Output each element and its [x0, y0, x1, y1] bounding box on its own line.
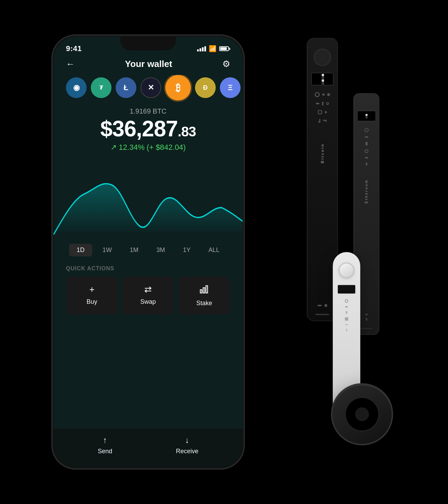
- coin-bitcoin[interactable]: ₿: [165, 75, 191, 100]
- coin-tether[interactable]: ₮: [91, 77, 111, 98]
- price-chart: [53, 162, 243, 235]
- chart-area: [53, 155, 243, 238]
- nanos-device-label: Ethereum: [364, 179, 368, 203]
- buy-icon: +: [89, 284, 95, 295]
- svg-rect-0: [200, 290, 202, 293]
- phone-left-buttons: [51, 104, 52, 146]
- receive-label: Receive: [176, 448, 198, 455]
- phone: 9:41 📶: [51, 35, 245, 469]
- nanox-screen-text: ⬛⬜⬛⬜: [321, 74, 324, 85]
- balance-change: ↗ 12.34% (+ $842.04): [66, 143, 230, 152]
- stake-icon: [199, 284, 209, 296]
- crypto-amount: 1.9169 BTC: [66, 107, 230, 115]
- nanos-icons: [364, 128, 369, 165]
- scene: 9:41 📶: [34, 17, 414, 487]
- nanos-screen-text: ⬛⬜: [366, 114, 368, 118]
- status-icons: 📶: [197, 45, 230, 52]
- stake-button[interactable]: Stake: [178, 277, 230, 314]
- coin-custom[interactable]: ◉: [66, 77, 87, 98]
- ledger-stax: [331, 383, 393, 445]
- buy-label: Buy: [87, 298, 97, 306]
- stax-inner: [345, 397, 379, 432]
- swap-icon: ⇄: [144, 284, 152, 295]
- send-icon: ↑: [103, 435, 107, 445]
- signal-icon: [197, 46, 206, 51]
- svg-rect-1: [203, 288, 205, 293]
- time-1m[interactable]: 1M: [122, 244, 146, 256]
- time-3m[interactable]: 3M: [149, 244, 173, 256]
- usd-main: $36,287: [100, 116, 178, 141]
- page-title: Your wallet: [125, 59, 172, 69]
- notch: [120, 37, 176, 50]
- coin-litecoin[interactable]: Ł: [116, 77, 136, 98]
- quick-actions-label: QUICK ACTIONS: [53, 262, 243, 277]
- battery-icon: [219, 46, 230, 51]
- time-1y[interactable]: 1Y: [175, 244, 198, 256]
- swap-button[interactable]: ⇄ Swap: [122, 277, 174, 314]
- settings-icon[interactable]: ⚙: [222, 59, 230, 69]
- svg-rect-2: [206, 286, 207, 293]
- receive-icon: ↓: [185, 435, 189, 445]
- stake-label: Stake: [196, 300, 212, 307]
- usd-cents: .83: [178, 124, 196, 139]
- bottom-bar: ↑ Send ↓ Receive: [53, 428, 243, 467]
- send-label: Send: [98, 448, 112, 455]
- time-all[interactable]: ALL: [201, 244, 227, 256]
- power-button: [244, 118, 245, 146]
- nanox-device-label: Bitcoin: [320, 143, 324, 163]
- nanox-top-button: [314, 49, 331, 66]
- buy-button[interactable]: + Buy: [66, 277, 118, 314]
- quick-actions-row: + Buy ⇄ Swap Stake: [53, 277, 243, 314]
- header: ← Your wallet ⚙: [53, 55, 243, 75]
- volume-up-button: [51, 104, 52, 122]
- status-time: 9:41: [66, 44, 82, 53]
- coin-doge[interactable]: Ð: [195, 77, 216, 98]
- coin-ethereum[interactable]: Ξ: [220, 77, 241, 98]
- balance-section: 1.9169 BTC $36,287.83 ↗ 12.34% (+ $842.0…: [53, 107, 243, 155]
- time-1d[interactable]: 1D: [69, 244, 92, 256]
- wifi-icon: 📶: [209, 45, 216, 52]
- stax-center: [355, 407, 369, 421]
- send-button[interactable]: ↑ Send: [98, 435, 112, 455]
- receive-button[interactable]: ↓ Receive: [176, 435, 198, 455]
- phone-screen: 9:41 📶: [53, 37, 243, 467]
- crypto-carousel: ◉ ₮ Ł ✕ ₿ Ð Ξ BNB ▲: [53, 75, 243, 107]
- volume-down-button: [51, 128, 52, 146]
- nanox-icons: [315, 92, 330, 123]
- coin-xrp[interactable]: ✕: [140, 77, 161, 98]
- time-1w[interactable]: 1W: [95, 244, 119, 256]
- back-button[interactable]: ←: [66, 59, 75, 69]
- usd-balance: $36,287.83: [66, 117, 230, 141]
- white-device-button: [339, 263, 354, 278]
- time-selector: 1D 1W 1M 3M 1Y ALL: [53, 238, 243, 262]
- nanox-screen: ⬛⬜⬛⬜: [311, 73, 333, 85]
- nanos-screen: ⬛⬜: [357, 111, 376, 121]
- swap-label: Swap: [140, 298, 156, 306]
